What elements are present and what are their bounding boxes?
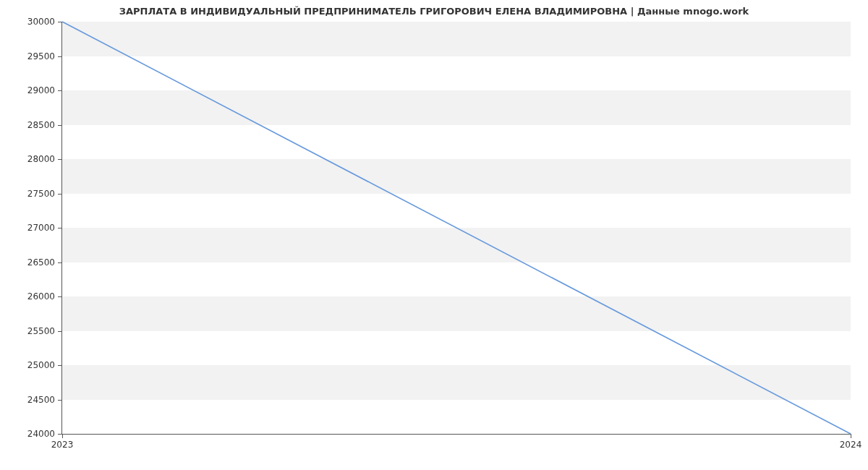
- y-tick-label: 27000: [27, 223, 55, 233]
- y-tick-label: 28500: [27, 120, 55, 130]
- y-tick: [58, 125, 62, 126]
- line-series: [62, 22, 851, 434]
- y-tick-label: 25500: [27, 326, 55, 336]
- y-tick: [58, 90, 62, 91]
- y-tick-label: 24500: [27, 395, 55, 405]
- y-tick-label: 27500: [27, 189, 55, 199]
- y-tick: [58, 331, 62, 332]
- y-tick-label: 26500: [27, 257, 55, 268]
- x-tick-label: 2023: [51, 440, 74, 450]
- y-tick: [58, 400, 62, 401]
- plot-area: 2400024500250002550026000265002700027500…: [61, 22, 851, 435]
- y-tick: [58, 262, 62, 263]
- chart-title: ЗАРПЛАТА В ИНДИВИДУАЛЬНЫЙ ПРЕДПРИНИМАТЕЛ…: [0, 6, 868, 17]
- data-line: [62, 22, 851, 434]
- y-tick-label: 30000: [27, 17, 55, 27]
- y-tick: [58, 228, 62, 228]
- y-tick-label: 25000: [27, 360, 55, 370]
- y-tick: [58, 56, 62, 57]
- y-tick-label: 28000: [27, 154, 55, 164]
- chart-container: ЗАРПЛАТА В ИНДИВИДУАЛЬНЫЙ ПРЕДПРИНИМАТЕЛ…: [0, 0, 868, 470]
- y-tick: [58, 365, 62, 366]
- y-tick: [58, 159, 62, 160]
- x-tick: [851, 434, 851, 438]
- y-tick-label: 29500: [27, 51, 55, 61]
- x-tick-label: 2024: [840, 440, 862, 450]
- y-tick: [58, 194, 62, 195]
- y-tick-label: 24000: [27, 429, 55, 439]
- y-tick: [58, 296, 62, 297]
- y-tick-label: 26000: [27, 291, 55, 302]
- y-tick: [58, 22, 62, 22]
- x-tick: [62, 434, 63, 438]
- y-tick-label: 29000: [27, 85, 55, 95]
